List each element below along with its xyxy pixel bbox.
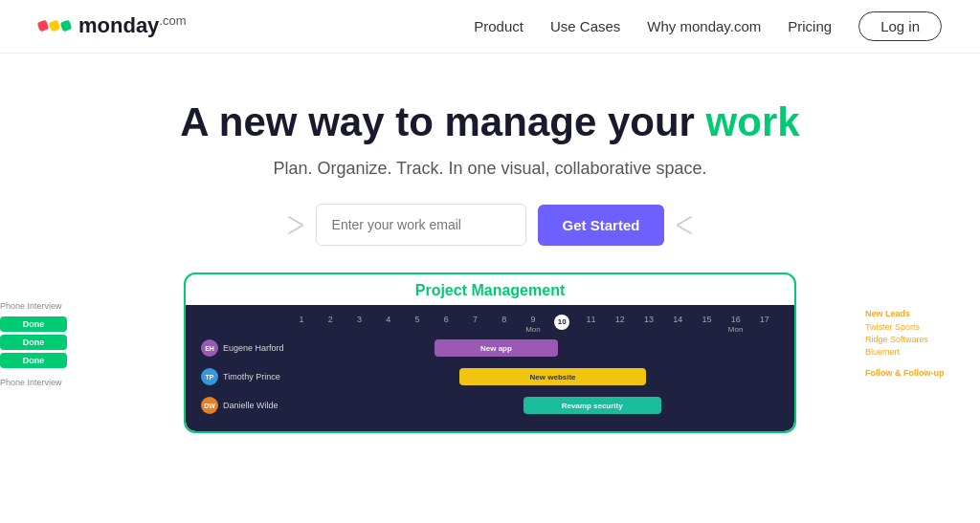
gantt-track-3: Revamp security (287, 397, 779, 414)
logo-dot3 (60, 20, 73, 33)
side-right-panel: New Leads Twister Sports Ridge Softwares… (865, 301, 980, 381)
gantt-track-1: New app (287, 339, 779, 357)
day-1: 1 (287, 315, 316, 334)
navbar: monday.com Product Use Cases Why monday.… (0, 0, 980, 54)
logo-mark (38, 21, 71, 31)
done-btn-2: Done (0, 335, 67, 350)
user-col-3: DW Danielle Wilde (201, 397, 287, 414)
side-right-section1-label: New Leads (865, 309, 980, 318)
day-10: 10 (547, 315, 576, 334)
side-right-section2-label: Follow & Follow-up (865, 368, 980, 378)
day-12: 12 (606, 315, 635, 334)
headline-start: A new way to manage your (180, 99, 705, 144)
hero-section: A new way to manage your work Plan. Orga… (0, 54, 980, 272)
avatar-2: TP (201, 368, 218, 385)
hero-headline: A new way to manage your work (19, 99, 961, 145)
done-btn-3: Done (0, 353, 67, 368)
gantt-rows: EH Eugene Harford New app TP Timothy Pri… (201, 336, 779, 418)
logo-wordmark: monday (78, 14, 159, 38)
nav-link-use-cases[interactable]: Use Cases (550, 18, 620, 34)
day-7: 7 (460, 315, 489, 334)
preview-section: Phone Interview Done Done Done Phone Int… (0, 272, 980, 492)
day-16: 16Mon (722, 315, 750, 334)
logo-text: monday.com (78, 13, 187, 38)
email-row: Get Started (19, 204, 961, 246)
avatar-1: EH (201, 339, 218, 357)
day-2: 2 (316, 315, 345, 334)
gantt-chart: 1 2 3 4 5 6 7 8 9Mon 10 11 12 13 14 (186, 305, 794, 431)
day-3: 3 (345, 315, 373, 334)
side-right-item-3: Bluemert (865, 347, 980, 357)
side-left-label: Phone Interview (0, 301, 115, 311)
nav-link-pricing[interactable]: Pricing (788, 18, 832, 34)
nav-links: Product Use Cases Why monday.com Pricing… (474, 11, 942, 41)
side-right-item-2: Ridge Softwares (865, 335, 980, 344)
logo-dot1 (37, 20, 50, 33)
side-right-item-1: Twister Sports (865, 322, 980, 332)
user-col-1: EH Eugene Harford (201, 339, 287, 357)
arrow-left-decoration (287, 220, 304, 230)
preview-window: Project Management 1 2 3 4 5 6 7 8 9Mon … (184, 272, 796, 433)
gantt-bar-1: New app (434, 339, 558, 357)
side-left-bottom-label: Phone Interview (0, 378, 115, 387)
day-4: 4 (374, 315, 403, 334)
day-14: 14 (663, 315, 692, 334)
avatar-3: DW (201, 397, 218, 414)
user-col-2: TP Timothy Prince (201, 368, 287, 385)
arrow-right-decoration (676, 220, 693, 230)
hero-subheadline: Plan. Organize. Track. In one visual, co… (19, 159, 961, 179)
gantt-row-3: DW Danielle Wilde Revamp security (201, 393, 779, 418)
done-btn-1: Done (0, 316, 67, 332)
user-name-3: Danielle Wilde (223, 401, 278, 410)
nav-link-why-monday[interactable]: Why monday.com (647, 18, 761, 34)
gantt-row-1: EH Eugene Harford New app (201, 336, 779, 360)
logo: monday.com (38, 13, 187, 38)
gantt-bar-2: New website (459, 368, 646, 385)
get-started-button[interactable]: Get Started (538, 205, 665, 246)
day-5: 5 (403, 315, 432, 334)
day-6: 6 (432, 315, 460, 334)
headline-highlight: work (706, 99, 800, 144)
day-13: 13 (635, 315, 663, 334)
login-button[interactable]: Log in (858, 11, 942, 41)
preview-container: Project Management 1 2 3 4 5 6 7 8 9Mon … (184, 272, 796, 433)
timeline-header: 1 2 3 4 5 6 7 8 9Mon 10 11 12 13 14 (201, 315, 779, 334)
day-15: 15 (692, 315, 721, 334)
day-8: 8 (490, 315, 519, 334)
side-left-panel: Phone Interview Done Done Done Phone Int… (0, 301, 115, 393)
day-9: 9Mon (519, 315, 547, 334)
email-input[interactable] (316, 204, 526, 246)
user-name-2: Timothy Prince (223, 372, 280, 381)
nav-link-product[interactable]: Product (474, 18, 523, 34)
day-17: 17 (750, 315, 779, 334)
logo-dot2 (49, 20, 61, 33)
gantt-track-2: New website (287, 368, 779, 385)
day-11: 11 (576, 315, 605, 334)
user-name-1: Eugene Harford (223, 343, 284, 353)
gantt-bar-3: Revamp security (523, 397, 661, 414)
gantt-row-2: TP Timothy Prince New website (201, 364, 779, 389)
preview-title: Project Management (186, 274, 794, 305)
logo-com: .com (159, 13, 186, 28)
